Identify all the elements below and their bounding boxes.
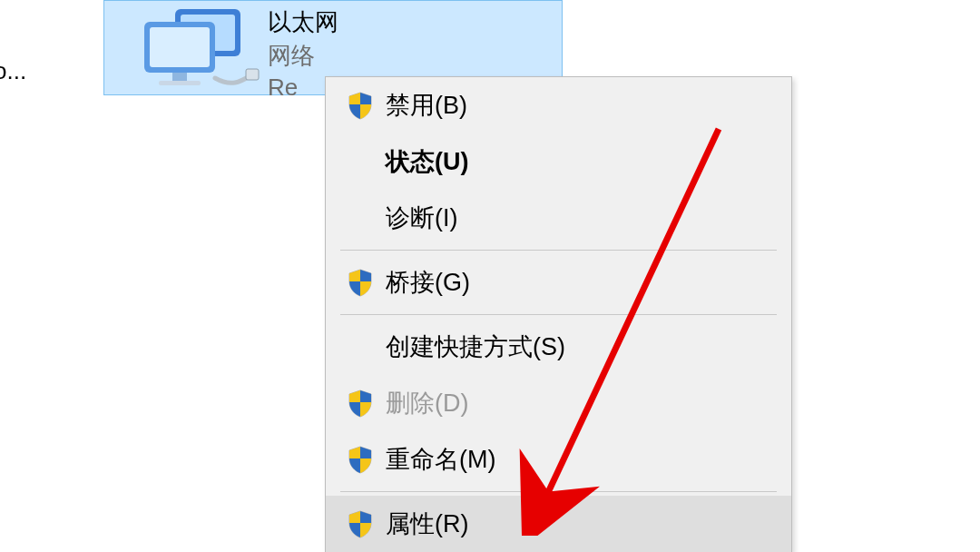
network-adapter-icon [113,5,268,94]
svg-rect-7 [246,69,259,80]
menu-item-label: 创建快捷方式(S) [386,330,565,363]
menu-separator [340,314,777,315]
menu-item-label: 重命名(M) [386,443,495,476]
menu-item-label: 属性(R) [386,508,468,540]
shield-icon [340,507,380,541]
adapter-title: 以太网 [268,6,338,38]
svg-rect-6 [159,81,201,85]
menu-item[interactable]: 禁用(B) [326,77,791,133]
menu-icon-empty [340,330,380,364]
menu-item[interactable]: 重命名(M) [326,431,791,488]
menu-icon-empty [340,201,380,235]
menu-separator [340,491,777,492]
context-menu: 禁用(B)状态(U)诊断(I) 桥接(G)创建快捷方式(S) 删除(D) 重命名… [325,76,792,552]
menu-item-label: 诊断(I) [386,202,457,234]
shield-icon [340,442,380,477]
menu-item[interactable]: 状态(U) [326,133,791,190]
shield-icon [340,265,380,300]
menu-item[interactable]: 创建快捷方式(S) [326,319,791,375]
menu-item[interactable]: 属性(R) [326,496,791,552]
menu-item[interactable]: 桥接(G) [326,254,791,310]
menu-item-label: 删除(D) [386,387,468,419]
shield-icon [340,88,380,123]
menu-item-label: 禁用(B) [386,89,467,122]
svg-rect-4 [150,27,210,67]
menu-item: 删除(D) [326,375,791,431]
adapter-subtitle: 网络 [268,40,338,72]
menu-item[interactable]: 诊断(I) [326,190,791,246]
left-truncated-text: so... [0,57,26,85]
svg-rect-5 [172,73,187,81]
menu-icon-empty [340,144,380,179]
shield-icon [340,386,380,420]
menu-item-label: 桥接(G) [386,266,470,299]
menu-item-label: 状态(U) [386,145,468,178]
menu-separator [340,250,777,251]
